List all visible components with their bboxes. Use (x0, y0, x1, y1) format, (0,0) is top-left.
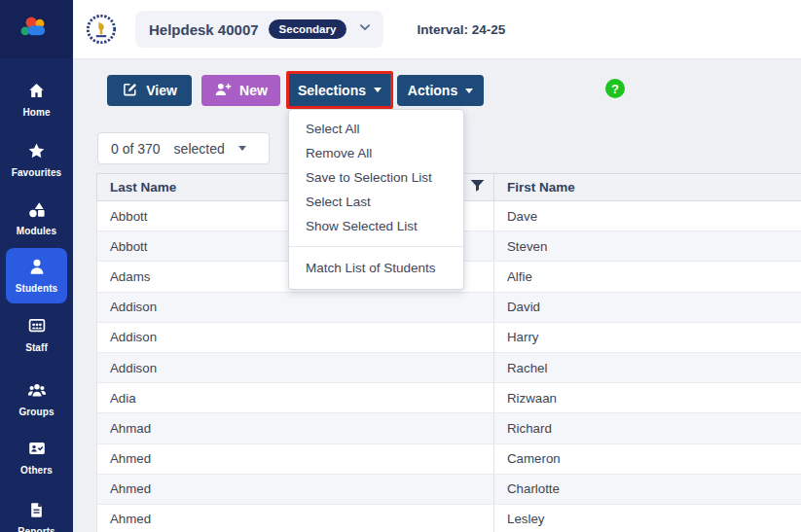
menu-item-show-selected-list[interactable]: Show Selected List (289, 214, 463, 238)
menu-item-save-to-selection-list[interactable]: Save to Selection List (289, 165, 463, 190)
first-name-cell: Rizwaan (493, 383, 801, 412)
home-icon (27, 82, 46, 104)
sidebar: Home Favourites Modules (0, 0, 73, 532)
app-logo-button[interactable] (0, 0, 73, 58)
first-name-cell: Richard (493, 413, 801, 443)
first-name-cell: Cameron (493, 444, 801, 474)
table-row[interactable]: Ahmed Charlotte (96, 475, 801, 505)
sidebar-item-home[interactable]: Home (0, 82, 73, 118)
sidebar-item-label: Students (16, 283, 58, 294)
sidebar-item-label: Others (20, 465, 53, 476)
table-row[interactable]: Adia Rizwaan (96, 383, 801, 413)
sidebar-item-reports[interactable]: Reports (0, 501, 73, 532)
star-icon (27, 142, 46, 164)
table-row[interactable]: Ahmad Richard (96, 413, 801, 443)
sidebar-item-modules[interactable]: Modules (0, 200, 73, 236)
cloud-logo-icon (18, 15, 55, 45)
last-name-cell: Ahmed (97, 475, 493, 504)
sidebar-item-students[interactable]: Students (6, 248, 67, 303)
person-plus-icon (214, 81, 232, 101)
chevron-down-icon (356, 18, 374, 40)
help-button[interactable]: ? (605, 79, 625, 98)
caret-down-icon (238, 146, 246, 151)
actions-button[interactable]: Actions (397, 75, 484, 106)
caret-down-icon (374, 88, 382, 92)
selections-button-label: Selections (298, 83, 366, 98)
school-phase-badge: Secondary (269, 19, 347, 39)
sidebar-item-label: Groups (18, 407, 54, 417)
school-picker[interactable]: Helpdesk 40007 Secondary (135, 11, 383, 48)
school-name: Helpdesk 40007 (149, 21, 259, 38)
table-row[interactable]: Addison David (96, 293, 801, 323)
filter-icon[interactable] (470, 179, 485, 195)
others-icon (27, 439, 47, 462)
first-name-cell: Dave (493, 201, 801, 231)
student-icon (27, 257, 47, 280)
selection-summary-dropdown[interactable]: 0 of 370 selected (97, 132, 270, 164)
sidebar-item-groups[interactable]: Groups (0, 380, 73, 417)
last-name-cell: Ahmad (97, 413, 493, 443)
main-content: View New Selections Actions ? (73, 59, 801, 532)
menu-divider (289, 246, 463, 247)
table-row[interactable]: Addison Rachel (96, 353, 801, 383)
sidebar-item-staff[interactable]: Staff (0, 316, 73, 353)
table-row[interactable]: Addison Harry (96, 323, 801, 353)
last-name-cell: Addison (97, 353, 493, 382)
menu-item-remove-all[interactable]: Remove All (289, 141, 463, 165)
table-row[interactable]: Ahmed Cameron (96, 444, 801, 475)
groups-icon (27, 380, 47, 404)
sidebar-item-label: Home (22, 107, 50, 118)
first-name-cell: David (493, 293, 801, 322)
first-name-cell: Harry (493, 323, 801, 352)
selected-label: selected (174, 141, 225, 157)
sidebar-item-favourites[interactable]: Favourites (0, 142, 73, 178)
actions-button-label: Actions (408, 83, 457, 98)
view-button[interactable]: View (107, 75, 192, 106)
application-window: Home Favourites Modules (0, 0, 801, 532)
first-name-cell: Charlotte (493, 475, 801, 504)
edit-icon (122, 81, 138, 100)
selections-highlight-box: Selections (286, 71, 393, 109)
selections-dropdown-menu: Select All Remove All Save to Selection … (288, 109, 464, 290)
menu-item-select-last[interactable]: Select Last (289, 190, 463, 214)
last-name-cell: Ahmed (97, 505, 493, 532)
new-button-label: New (239, 83, 268, 98)
menu-item-match-list-of-students[interactable]: Match List of Students (289, 256, 463, 280)
new-button[interactable]: New (201, 75, 280, 106)
top-bar: Helpdesk 40007 Secondary Interval: 24-25 (73, 0, 801, 59)
sidebar-item-label: Modules (17, 226, 56, 236)
modules-icon (27, 200, 46, 223)
sidebar-item-label: Reports (18, 526, 55, 532)
reports-icon (27, 501, 46, 523)
staff-icon (27, 316, 47, 339)
interval-label: Interval: 24-25 (417, 22, 505, 37)
school-crest-icon (85, 13, 118, 46)
selection-count: 0 of 370 (111, 141, 161, 157)
table-row[interactable]: Ahmed Lesley (96, 505, 801, 532)
sidebar-item-others[interactable]: Others (0, 439, 73, 476)
sidebar-item-label: Staff (25, 342, 48, 353)
last-name-cell: Adia (97, 383, 493, 412)
first-name-cell: Lesley (493, 505, 801, 532)
menu-item-select-all[interactable]: Select All (289, 117, 463, 141)
caret-down-icon (465, 89, 473, 93)
view-button-label: View (146, 83, 177, 98)
selections-button[interactable]: Selections (289, 75, 390, 106)
first-name-cell: Alfie (493, 262, 801, 291)
sidebar-item-label: Favourites (12, 167, 62, 178)
first-name-cell: Steven (493, 231, 801, 261)
last-name-cell: Addison (97, 323, 493, 352)
first-name-cell: Rachel (493, 353, 801, 382)
last-name-cell: Ahmed (97, 444, 493, 474)
column-header-first-name[interactable]: First Name (493, 174, 801, 200)
last-name-cell: Addison (97, 293, 493, 322)
question-mark-icon: ? (611, 82, 619, 96)
